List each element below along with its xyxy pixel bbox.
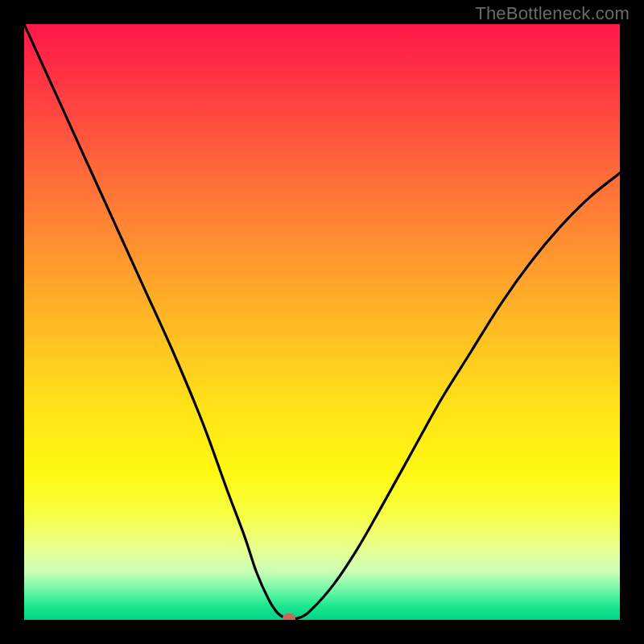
plot-area xyxy=(24,24,620,620)
curve-layer xyxy=(24,24,620,620)
minimum-marker xyxy=(283,613,295,620)
bottleneck-curve xyxy=(24,24,620,619)
watermark-text: TheBottleneck.com xyxy=(475,3,630,24)
